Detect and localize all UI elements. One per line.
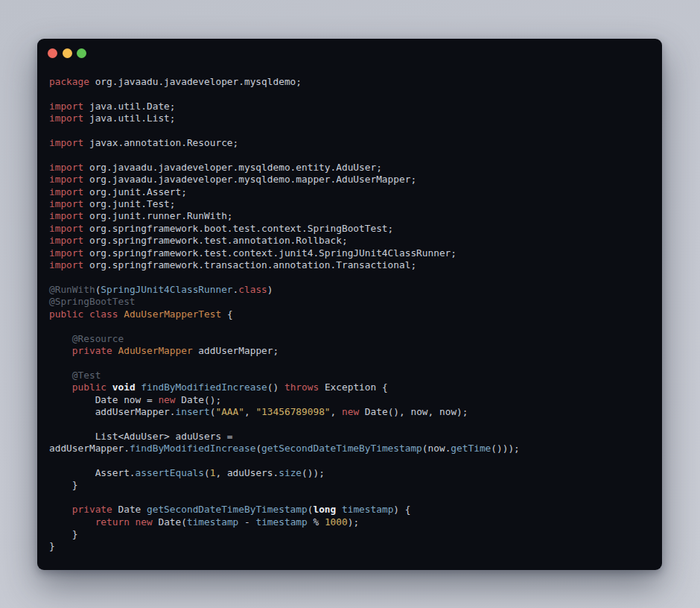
code-line: private Date getSecondDateTimeByTimestam… bbox=[49, 504, 650, 516]
code-token-ann: @SpringBootTest bbox=[49, 296, 136, 307]
code-line: } bbox=[49, 479, 650, 491]
code-token-pln: addUserMapper; bbox=[193, 345, 279, 356]
code-token-fn: timestamp bbox=[342, 504, 393, 515]
code-line bbox=[49, 125, 650, 137]
code-token-fn: insert bbox=[176, 406, 210, 417]
code-token-kw: new bbox=[136, 516, 153, 528]
code-line: import org.junit.runner.RunWith; bbox=[49, 210, 650, 222]
code-token-pln: , bbox=[331, 406, 342, 417]
code-token-pln: , aduUsers. bbox=[215, 467, 279, 478]
code-token-pln: org.springframework.test.annotation.Roll… bbox=[83, 235, 347, 246]
code-token-pln: Date now = bbox=[49, 394, 158, 405]
code-token-pln: % bbox=[308, 516, 325, 528]
code-token-pln: org.junit.Assert; bbox=[83, 186, 187, 197]
code-token-pln: ( bbox=[204, 467, 210, 478]
code-token-pln: javax.annotation.Resource; bbox=[83, 137, 238, 148]
code-token-pln: ()); bbox=[302, 467, 325, 478]
code-token-pln bbox=[83, 308, 89, 320]
code-token-kw: import bbox=[49, 174, 83, 185]
code-line bbox=[49, 272, 650, 284]
code-line: public void findByModifiedIncrease() thr… bbox=[49, 381, 650, 393]
code-token-pln bbox=[49, 504, 72, 515]
code-line: @RunWith(SpringJUnit4ClassRunner.class) bbox=[49, 284, 650, 296]
code-line bbox=[49, 418, 650, 430]
code-token-kw: import bbox=[49, 235, 83, 246]
code-token-fn: getSecondDateTimeByTimestamp bbox=[147, 504, 308, 515]
code-token-kw: import bbox=[49, 259, 83, 270]
code-token-pln: java.util.List; bbox=[83, 113, 175, 124]
code-token-kw: import bbox=[49, 210, 83, 221]
code-line bbox=[49, 149, 650, 161]
code-token-pln: org.junit.Test; bbox=[83, 198, 175, 209]
code-token-pln: ) bbox=[267, 284, 273, 295]
code-line: Date now = new Date(); bbox=[49, 394, 650, 406]
code-token-pln: java.util.Date; bbox=[83, 101, 175, 112]
code-token-fn: SpringJUnit4ClassRunner bbox=[101, 284, 232, 295]
code-token-ann: @Test bbox=[72, 370, 101, 381]
code-token-pln bbox=[49, 333, 72, 344]
code-token-pln: () bbox=[267, 381, 284, 393]
code-token-pln: addUserMapper. bbox=[49, 443, 130, 454]
code-token-pln: org.junit.runner.RunWith; bbox=[83, 210, 232, 221]
code-line bbox=[49, 88, 650, 100]
code-token-pln bbox=[130, 516, 136, 528]
code-line: import org.springframework.test.annotati… bbox=[49, 235, 650, 247]
code-token-pln: org.javaadu.javadeveloper.mysqldemo.mapp… bbox=[83, 174, 416, 185]
zoom-button[interactable] bbox=[77, 48, 86, 58]
code-token-fn: getSecondDateTimeByTimestamp bbox=[261, 443, 422, 454]
code-token-kw: public bbox=[72, 381, 106, 393]
code-token-pln bbox=[49, 381, 72, 393]
code-line: private AduUserMapper addUserMapper; bbox=[49, 345, 650, 357]
code-token-kw: import bbox=[49, 137, 83, 148]
code-token-kw: class bbox=[89, 308, 118, 320]
code-line: addUserMapper.findByModifiedIncrease(get… bbox=[49, 443, 650, 455]
window-titlebar[interactable] bbox=[37, 39, 662, 67]
code-token-pln: Date( bbox=[153, 516, 187, 528]
code-line bbox=[49, 455, 650, 467]
code-token-fn: timestamp bbox=[255, 516, 307, 528]
code-token-pln: , bbox=[244, 406, 255, 417]
code-line: import org.junit.Assert; bbox=[49, 186, 650, 198]
code-token-pln: ())); bbox=[491, 443, 520, 454]
code-token-kw: return bbox=[95, 516, 130, 528]
code-token-kw: import bbox=[49, 113, 83, 124]
code-token-pln bbox=[49, 345, 72, 356]
code-line: import org.springframework.boot.test.con… bbox=[49, 223, 650, 235]
code-token-pln bbox=[49, 516, 95, 528]
code-token-ann: @RunWith bbox=[49, 284, 95, 295]
code-token-num: 1000 bbox=[325, 516, 348, 528]
code-token-pln: List<AduUser> aduUsers = bbox=[49, 431, 233, 442]
code-token-pln: { bbox=[221, 308, 232, 320]
code-line: package org.javaadu.javadeveloper.mysqld… bbox=[49, 76, 650, 88]
code-token-kw: new bbox=[342, 406, 359, 417]
close-button[interactable] bbox=[48, 48, 57, 58]
code-line: } bbox=[49, 540, 650, 552]
code-line: import org.javaadu.javadeveloper.mysqlde… bbox=[49, 174, 650, 186]
code-token-str: "13456789098" bbox=[255, 406, 330, 417]
code-line: import org.springframework.transaction.a… bbox=[49, 259, 650, 271]
code-line: import java.util.Date; bbox=[49, 101, 650, 113]
code-token-kw: new bbox=[158, 394, 175, 405]
code-line bbox=[49, 320, 650, 332]
code-token-wb: long bbox=[313, 504, 336, 515]
code-token-pln bbox=[49, 370, 72, 381]
code-line: } bbox=[49, 528, 650, 540]
code-block: package org.javaadu.javadeveloper.mysqld… bbox=[37, 67, 662, 553]
code-token-pln: Assert. bbox=[49, 467, 136, 478]
code-token-kw: private bbox=[72, 504, 112, 515]
code-token-pln: org.javaadu.javadeveloper.mysqldemo.enti… bbox=[83, 162, 382, 173]
code-token-pln: ); bbox=[348, 516, 359, 528]
code-line: List<AduUser> aduUsers = bbox=[49, 431, 650, 443]
code-token-pln: } bbox=[49, 528, 78, 539]
code-token-pln: Date(); bbox=[176, 394, 222, 405]
code-token-type: AduUserMapper bbox=[118, 345, 192, 356]
code-line: @SpringBootTest bbox=[49, 296, 650, 308]
code-line: @Test bbox=[49, 370, 650, 381]
code-token-ann: @Resource bbox=[72, 333, 124, 344]
code-token-kw: import bbox=[49, 186, 83, 197]
code-line: addUserMapper.insert("AAA", "13456789098… bbox=[49, 406, 650, 418]
code-token-pln: org.springframework.test.context.junit4.… bbox=[83, 247, 456, 259]
minimize-button[interactable] bbox=[63, 48, 72, 58]
code-token-fn: timestamp bbox=[187, 516, 238, 528]
code-line: import java.util.List; bbox=[49, 113, 650, 124]
